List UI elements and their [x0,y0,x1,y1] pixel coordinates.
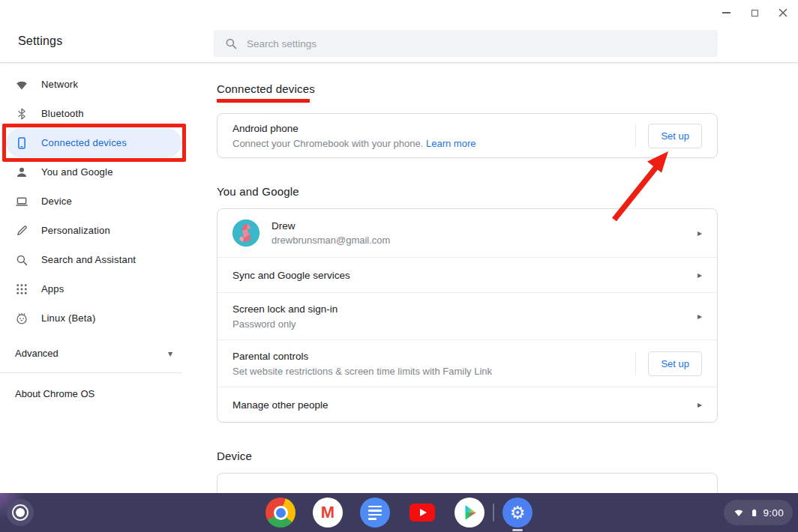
play-store-icon[interactable] [454,498,484,528]
settings-main-panel: Connected devices Android phone Connect … [202,63,798,493]
account-row[interactable]: Drew drewbrunsman@gmail.com ▸ [218,209,717,257]
connected-devices-card: Android phone Connect your Chromebook wi… [217,113,718,158]
bluetooth-icon [15,107,28,121]
sidebar-item-apps[interactable]: Apps [6,274,182,303]
sidebar-item-label: Device [41,196,72,207]
gmail-icon[interactable]: M [313,498,343,528]
chevron-down-icon: ▾ [168,348,172,359]
parental-controls-row[interactable]: Parental controls Set website restrictio… [218,339,717,387]
chrome-icon[interactable] [266,498,296,528]
docs-line [368,510,382,512]
sync-title: Sync and Google services [232,270,698,281]
parental-controls-setup-button[interactable]: Set up [648,351,702,376]
android-phone-subtitle-text: Connect your Chromebook with your phone. [232,138,423,149]
youtube-rect [410,504,435,522]
sidebar-item-personalization[interactable]: Personalization [6,216,182,245]
battery-icon [749,506,759,519]
manage-other-people-text: Manage other people [232,399,698,411]
clock-time: 9:00 [764,507,784,519]
system-tray[interactable]: 9:00 [724,500,793,525]
maximize-button[interactable] [750,8,759,17]
row-divider-vertical [635,351,636,375]
minimize-button[interactable] [722,8,730,17]
sidebar-item-device[interactable]: Device [6,187,182,216]
docs-line [368,518,376,520]
window-controls [722,7,788,18]
sync-row[interactable]: Sync and Google services ▸ [218,257,717,292]
screen-lock-row[interactable]: Screen lock and sign-in Password only ▸ [218,292,717,339]
laptop-icon [15,195,28,208]
android-phone-title: Android phone [232,123,635,134]
wifi-status-icon [733,507,745,518]
android-phone-subtitle: Connect your Chromebook with your phone.… [232,138,635,149]
android-phone-setup-button[interactable]: Set up [648,124,702,148]
chevron-right-icon: ▸ [698,400,702,409]
sidebar-item-label: You and Google [41,166,113,178]
search-settings-bar[interactable] [214,30,718,57]
minimize-icon [722,12,730,13]
sidebar-item-linux-beta[interactable]: Linux (Beta) [6,303,182,333]
launcher-dot [16,508,25,517]
connected-devices-heading: Connected devices [217,82,315,95]
sidebar-item-bluetooth[interactable]: Bluetooth [6,99,182,128]
sidebar-item-you-and-google[interactable]: You and Google [6,157,182,187]
touchpad-row[interactable]: Touchpad ▸ [218,474,717,493]
sync-text: Sync and Google services [232,270,698,281]
account-text: Drew drewbrunsman@gmail.com [272,220,686,246]
shelf-divider [493,504,494,522]
screen-lock-subtitle: Password only [232,318,698,330]
sidebar-item-label: Network [41,79,78,90]
chevron-right-icon: ▸ [698,270,702,279]
chromeos-settings-screen: Settings Network [0,0,798,532]
about-label: About Chrome OS [15,388,94,399]
gmail-m-glyph: M [321,504,334,521]
parental-controls-title: Parental controls [232,351,635,362]
search-icon [224,37,238,50]
sidebar-item-label: Personalization [41,225,110,236]
account-email: drewbrunsman@gmail.com [272,235,686,246]
page-title: Settings [18,34,62,48]
chevron-right-icon: ▸ [698,229,702,238]
parental-controls-subtitle: Set website restrictions & screen time l… [232,366,635,377]
gear-icon: ⚙ [510,504,526,522]
search-input[interactable] [247,38,707,49]
docs-line [368,506,382,508]
row-divider-vertical [635,124,636,148]
chrome-icon-ring [274,506,288,520]
manage-other-people-row[interactable]: Manage other people ▸ [218,387,717,422]
settings-sidebar: Network Bluetooth Connected devices [0,63,202,493]
search-icon [15,253,28,267]
android-phone-text: Android phone Connect your Chromebook wi… [232,123,635,149]
sidebar-item-network[interactable]: Network [6,70,182,99]
account-name: Drew [272,220,686,232]
launcher-button[interactable] [7,499,34,526]
maximize-icon [752,10,758,16]
sidebar-item-label: Connected devices [41,137,127,148]
docs-icon[interactable] [360,498,390,528]
you-and-google-heading: You and Google [217,185,718,198]
apps-grid-icon [15,282,28,296]
settings-header: Settings [0,0,798,63]
sidebar-item-search-and-assistant[interactable]: Search and Assistant [6,245,182,274]
smartphone-icon [15,136,28,150]
youtube-icon[interactable] [407,498,437,528]
android-phone-row[interactable]: Android phone Connect your Chromebook wi… [218,114,717,157]
settings-shelf-icon[interactable]: ⚙ [502,498,532,528]
sidebar-item-about-chrome-os[interactable]: About Chrome OS [6,379,182,408]
sidebar-item-connected-devices[interactable]: Connected devices [6,128,182,157]
close-button[interactable] [778,8,788,17]
play-store-triangle [460,503,479,522]
avatar [232,220,260,247]
sidebar-item-label: Bluetooth [41,108,84,119]
shelf-app-icons: M [266,498,532,528]
chrome-icon-core [276,508,286,518]
sidebar-advanced-toggle[interactable]: Advanced ▾ [6,339,182,368]
sidebar-item-label: Search and Assistant [41,254,136,265]
red-annotation-underline [217,99,310,103]
advanced-label: Advanced [15,348,58,359]
origami-rabbit-avatar [232,220,260,247]
shelf: M [0,493,798,532]
screen-lock-text: Screen lock and sign-in Password only [232,303,698,330]
learn-more-link[interactable]: Learn more [426,138,476,149]
pen-icon [15,224,28,238]
